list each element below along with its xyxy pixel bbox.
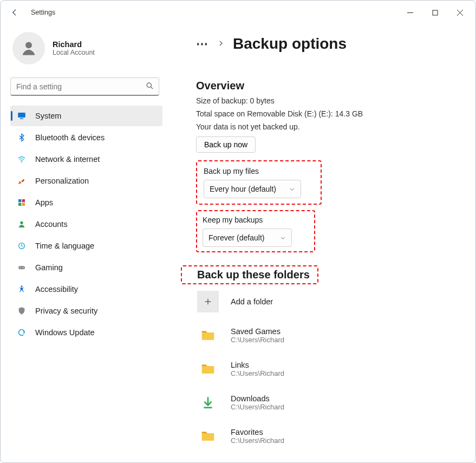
- account-type: Local Account: [53, 49, 95, 56]
- system-icon: [17, 111, 27, 121]
- download-icon: [197, 392, 219, 413]
- folder-row-saved-games[interactable]: Saved Games C:\Users\Richard: [197, 324, 459, 346]
- add-folder-label: Add a folder: [231, 297, 273, 306]
- breadcrumb-more-icon[interactable]: ⋯: [196, 37, 209, 51]
- svg-rect-8: [20, 119, 23, 120]
- breadcrumb: ⋯ Backup options: [196, 35, 459, 53]
- nav-item-apps[interactable]: Apps: [10, 192, 162, 213]
- backup-status-line: Your data is not yet backed up.: [196, 122, 459, 131]
- chevron-down-icon: [289, 186, 295, 192]
- overview-heading: Overview: [196, 80, 459, 92]
- add-folder-button[interactable]: [197, 291, 219, 312]
- backup-frequency-label: Back up my files: [204, 167, 314, 175]
- svg-point-14: [20, 221, 23, 224]
- maximize-button[interactable]: [422, 4, 447, 21]
- folder-icon: [197, 425, 219, 447]
- plus-icon: [204, 297, 212, 306]
- nav-label: Accounts: [35, 220, 68, 229]
- folders-heading: Back up these folders: [181, 265, 318, 284]
- backup-frequency-value: Every hour (default): [210, 185, 276, 193]
- folder-name: Favorites: [231, 428, 284, 436]
- svg-point-9: [21, 161, 22, 162]
- nav-label: Time & language: [35, 242, 94, 250]
- total-space-line: Total space on Removable Disk (E:) (E:):…: [196, 109, 459, 118]
- backup-frequency-select[interactable]: Every hour (default): [204, 180, 301, 198]
- svg-rect-16: [18, 266, 25, 269]
- folder-name: Links: [231, 361, 284, 369]
- svg-point-19: [21, 285, 22, 287]
- sidebar: Richard Local Account System Bluetooth: [1, 24, 166, 462]
- nav-label: Apps: [35, 198, 53, 207]
- chevron-down-icon: [280, 235, 286, 241]
- chevron-right-icon: [218, 40, 224, 48]
- nav-item-network[interactable]: Network & internet: [10, 149, 162, 169]
- page-title: Backup options: [233, 35, 347, 53]
- keep-backups-label: Keep my backups: [203, 216, 307, 224]
- search-input[interactable]: [10, 77, 159, 96]
- svg-rect-12: [18, 203, 21, 206]
- nav-item-system[interactable]: System: [10, 106, 162, 126]
- update-icon: [17, 328, 27, 337]
- folder-name: Contacts: [231, 461, 284, 463]
- svg-point-17: [19, 267, 21, 268]
- folder-icon: [197, 358, 219, 380]
- search-container: [10, 77, 159, 96]
- folder-icon: [197, 459, 219, 462]
- main: ⋯ Backup options Overview Size of backup…: [166, 24, 475, 462]
- backup-size-line: Size of backup: 0 bytes: [196, 96, 459, 105]
- network-icon: [17, 154, 27, 164]
- folder-row-links[interactable]: Links C:\Users\Richard: [197, 358, 459, 380]
- nav-item-personalization[interactable]: Personalization: [10, 171, 162, 191]
- svg-rect-1: [433, 10, 438, 15]
- nav: System Bluetooth & devices Network & int…: [10, 106, 162, 343]
- nav-label: Bluetooth & devices: [35, 133, 105, 142]
- svg-point-18: [23, 267, 24, 268]
- nav-item-bluetooth[interactable]: Bluetooth & devices: [10, 127, 162, 148]
- nav-label: Windows Update: [35, 328, 95, 337]
- apps-icon: [17, 198, 27, 207]
- nav-item-gaming[interactable]: Gaming: [10, 257, 162, 278]
- nav-item-time[interactable]: Time & language: [10, 236, 162, 256]
- folder-list: Add a folder Saved Games C:\Users\Richar…: [196, 291, 459, 462]
- nav-label: Accessibility: [35, 285, 78, 294]
- nav-label: Personalization: [35, 177, 89, 185]
- folder-row-favorites[interactable]: Favorites C:\Users\Richard: [197, 425, 459, 447]
- accessibility-icon: [17, 284, 27, 294]
- svg-rect-13: [22, 203, 25, 206]
- nav-item-accessibility[interactable]: Accessibility: [10, 279, 162, 299]
- folder-path: C:\Users\Richard: [231, 403, 284, 411]
- nav-label: System: [35, 112, 61, 120]
- privacy-icon: [17, 306, 27, 316]
- close-button[interactable]: [447, 4, 472, 21]
- folder-row-downloads[interactable]: Downloads C:\Users\Richard: [197, 392, 459, 413]
- add-folder-row[interactable]: Add a folder: [197, 291, 459, 312]
- back-button[interactable]: [9, 7, 20, 18]
- window-title: Settings: [31, 9, 55, 16]
- nav-item-update[interactable]: Windows Update: [10, 322, 162, 343]
- time-icon: [17, 241, 27, 251]
- folder-name: Downloads: [231, 394, 284, 403]
- folder-row-contacts[interactable]: Contacts C:\Users\Richard: [197, 459, 459, 462]
- nav-label: Privacy & security: [35, 307, 97, 315]
- svg-point-4: [25, 42, 32, 48]
- keep-backups-block: Keep my backups Forever (default): [196, 210, 315, 252]
- nav-label: Gaming: [35, 263, 63, 272]
- avatar: [12, 32, 45, 64]
- keep-backups-value: Forever (default): [208, 233, 264, 242]
- account-name: Richard: [53, 40, 95, 49]
- personalization-icon: [17, 176, 27, 186]
- folder-name: Saved Games: [231, 327, 284, 336]
- folder-icon: [197, 324, 219, 346]
- minimize-button[interactable]: [397, 4, 422, 21]
- bluetooth-icon: [17, 133, 27, 142]
- keep-backups-select[interactable]: Forever (default): [203, 229, 292, 247]
- nav-label: Network & internet: [35, 155, 100, 164]
- nav-item-privacy[interactable]: Privacy & security: [10, 301, 162, 321]
- gaming-icon: [17, 263, 27, 272]
- backup-now-button[interactable]: Back up now: [196, 136, 256, 153]
- account-block[interactable]: Richard Local Account: [10, 32, 162, 64]
- svg-rect-11: [22, 199, 25, 202]
- window-controls: [397, 4, 472, 21]
- folder-path: C:\Users\Richard: [231, 436, 284, 445]
- nav-item-accounts[interactable]: Accounts: [10, 214, 162, 234]
